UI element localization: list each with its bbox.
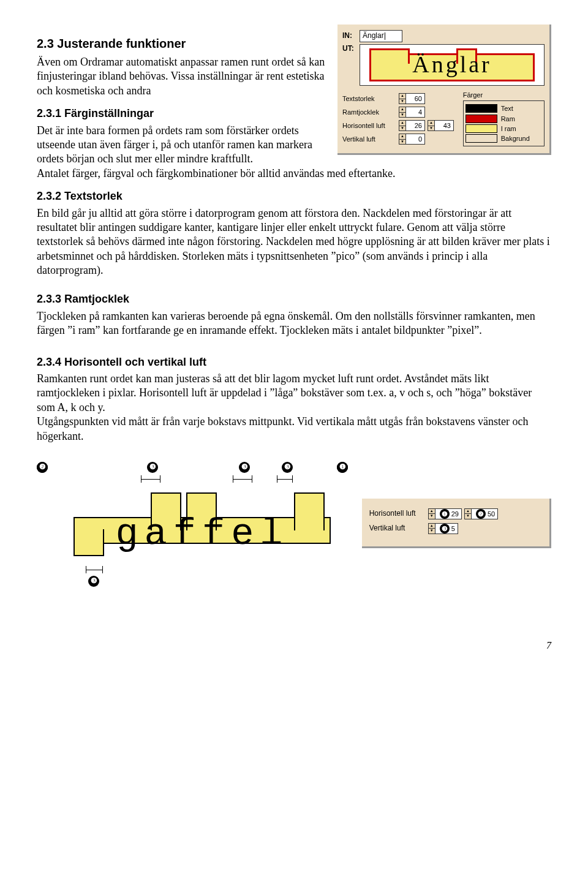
mini-horisontell-spinner-2[interactable]: ▲▼❷50 bbox=[464, 508, 498, 519]
bracket-icon bbox=[141, 475, 160, 483]
colors-group: Text Ram I ram Bakgrund bbox=[463, 100, 545, 146]
badge-3-bottom: ❸ bbox=[88, 576, 99, 587]
gaffel-word-text: gaffel bbox=[74, 510, 331, 559]
color-settings-panel: IN: Änglar UT: Änglar Textstorlek ▲▼60 bbox=[337, 25, 551, 155]
horisontell-spinner-1[interactable]: ▲▼26 bbox=[399, 120, 425, 131]
mini-horisontell-spinner-1[interactable]: ▲▼❶29 bbox=[428, 508, 462, 519]
text-cursor-icon bbox=[385, 32, 385, 40]
badge-3-top-c: ❸ bbox=[282, 462, 293, 473]
swatch-bakgrund[interactable] bbox=[466, 134, 497, 143]
horisontell-spinner-2[interactable]: ▲▼43 bbox=[428, 120, 454, 131]
vertikal-spinner[interactable]: ▲▼0 bbox=[399, 134, 425, 145]
bracket-icon bbox=[277, 475, 293, 483]
textstorlek-spinner[interactable]: ▲▼60 bbox=[399, 93, 425, 104]
swatch-ram[interactable] bbox=[466, 115, 497, 123]
colors-title: Färger bbox=[463, 91, 545, 99]
heading-2-3-3: 2.3.3 Ramtjocklek bbox=[37, 292, 551, 306]
in-field[interactable]: Änglar bbox=[360, 30, 402, 42]
para-2-3-2: En bild går ju alltid att göra större i … bbox=[37, 206, 551, 278]
para-2-3-4: Ramkanten runt ordet kan man justeras så… bbox=[37, 372, 551, 443]
in-label: IN: bbox=[342, 31, 360, 41]
horisontell-label: Horisontell luft bbox=[342, 121, 399, 130]
mini-vertikal-label: Vertikal luft bbox=[369, 524, 428, 534]
vertikal-label: Vertikal luft bbox=[342, 135, 399, 143]
mini-vertikal-spinner[interactable]: ▲▼❸5 bbox=[428, 523, 458, 534]
page-number: 7 bbox=[37, 639, 551, 652]
bracket-icon bbox=[86, 566, 103, 573]
preview-word-frame: Änglar bbox=[369, 48, 535, 81]
swatch-iram[interactable] bbox=[466, 124, 497, 133]
preview-box: Änglar bbox=[360, 44, 545, 86]
swatch-text[interactable] bbox=[466, 104, 497, 113]
gaffel-diagram: ❸ ❸ ❸ ❷ ❷ gaffel ❶ ❶ ❸ bbox=[37, 462, 325, 584]
heading-2-3-4: 2.3.4 Horisontell och vertikal luft bbox=[37, 355, 551, 369]
diagram-area: ❸ ❸ ❸ ❷ ❷ gaffel ❶ ❶ ❸ Horisontell luft … bbox=[37, 462, 551, 584]
badge-2-left-b: ❷ bbox=[37, 462, 48, 473]
preview-word-text: Änglar bbox=[369, 48, 535, 81]
bracket-icon bbox=[233, 475, 252, 483]
ramtjocklek-label: Ramtjocklek bbox=[342, 108, 399, 116]
ut-label: UT: bbox=[342, 44, 360, 54]
badge-3-top-b: ❸ bbox=[239, 462, 250, 473]
badge-1-right-b: ❶ bbox=[337, 462, 348, 473]
textstorlek-label: Textstorlek bbox=[342, 94, 399, 103]
badge-3-top-a: ❸ bbox=[147, 462, 158, 473]
mini-horisontell-label: Horisontell luft bbox=[369, 509, 428, 519]
heading-2-3-2: 2.3.2 Textstorlek bbox=[37, 189, 551, 203]
ramtjocklek-spinner[interactable]: ▲▼4 bbox=[399, 107, 425, 118]
luft-mini-panel: Horisontell luft ▲▼❶29 ▲▼❷50 Vertikal lu… bbox=[362, 499, 551, 548]
para-2-3-3: Tjockleken på ramkanten kan varieras ber… bbox=[37, 309, 551, 338]
